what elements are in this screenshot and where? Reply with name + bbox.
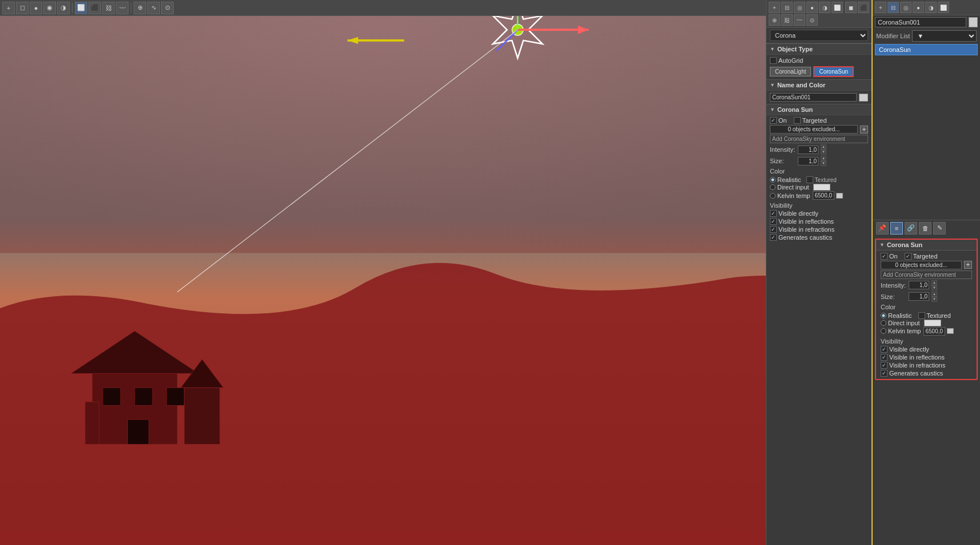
cs-kelvin-label[interactable]: Kelvin temp xyxy=(881,327,972,336)
cs-vis-refractions-label[interactable]: Visible in refractions xyxy=(881,362,945,369)
hierarchy-btn[interactable]: ◎ xyxy=(794,2,805,13)
generates-caustics-label[interactable]: Generates caustics xyxy=(770,234,832,241)
textured-label-wrap[interactable]: Textured xyxy=(806,176,837,183)
display-btn[interactable]: ◑ xyxy=(819,2,830,13)
modifier-item-coronasun[interactable]: CoronaSun xyxy=(875,44,978,55)
cs-kelvin-swatch[interactable] xyxy=(947,328,954,334)
mod-delete-btn[interactable]: 🗑 xyxy=(919,222,931,235)
tb-wave-btn[interactable]: 〰 xyxy=(116,2,128,14)
visible-directly-label[interactable]: Visible directly xyxy=(770,210,818,217)
name-color-header[interactable]: ▼ Name and Color xyxy=(766,79,871,91)
category-dropdown[interactable]: Corona xyxy=(770,30,868,41)
object-color-swatch[interactable] xyxy=(859,94,868,102)
tb-circle-btn[interactable]: ● xyxy=(30,2,42,14)
cs-size-down[interactable]: ▼ xyxy=(931,297,937,302)
tb-ring-btn[interactable]: ◉ xyxy=(43,2,56,14)
cs-intensity-spinner[interactable]: ▲ ▼ xyxy=(931,280,937,290)
cs-vis-reflections-label[interactable]: Visible in reflections xyxy=(881,354,945,361)
create-mode-btn[interactable]: + xyxy=(769,2,780,13)
size-down[interactable]: ▼ xyxy=(821,161,826,166)
cs-on-label[interactable]: On xyxy=(881,253,898,260)
intensity-down[interactable]: ▼ xyxy=(821,150,826,155)
intensity-input[interactable] xyxy=(798,146,818,154)
object-name-input[interactable] xyxy=(770,93,857,102)
mod-pin-btn[interactable]: 📌 xyxy=(876,222,889,235)
mod-modify-btn[interactable]: ⊟ xyxy=(887,2,899,13)
direct-input-radio-label[interactable]: Direct input xyxy=(770,184,868,191)
mod-motion-path-btn[interactable]: ≡ xyxy=(890,222,903,235)
color-radio-group: Realistic Textured Direct input xyxy=(766,175,871,201)
cs-vis-directly-label[interactable]: Visible directly xyxy=(881,346,929,353)
pin-btn[interactable]: ◼ xyxy=(845,2,857,13)
corona-sun-btn[interactable]: CoronaSun xyxy=(813,66,854,77)
realistic-radio-label[interactable]: Realistic Textured xyxy=(770,176,868,183)
mod-create-btn[interactable]: + xyxy=(875,2,886,13)
motion-btn[interactable]: ● xyxy=(806,2,818,13)
intensity-spinner[interactable]: ▲ ▼ xyxy=(821,144,826,155)
tb-square-btn[interactable]: ◻ xyxy=(16,2,29,14)
mod-motion-btn[interactable]: ● xyxy=(913,2,924,13)
tb-cam-btn[interactable]: ⬜ xyxy=(75,2,87,14)
cs-vis-directly-row: Visible directly xyxy=(877,345,975,353)
visible-refractions-label[interactable]: Visible in refractions xyxy=(770,226,834,233)
autogrid-checkbox-label[interactable]: AutoGrid xyxy=(770,57,803,64)
kelvin-input[interactable] xyxy=(813,191,834,200)
cs-exclude-btn[interactable]: 0 objects excluded... xyxy=(881,261,962,269)
cs-add-sky-btn[interactable]: Add CoronaSky environment xyxy=(881,271,972,279)
mod-link-btn[interactable]: 🔗 xyxy=(905,222,917,235)
tb-half-btn[interactable]: ◑ xyxy=(57,2,70,14)
tb-plus-btn[interactable]: ⊕ xyxy=(134,2,146,14)
cs-intensity-input[interactable] xyxy=(909,281,929,289)
direct-input-swatch[interactable] xyxy=(813,184,830,191)
exclude-add-btn[interactable]: + xyxy=(860,126,868,134)
size-spinner[interactable]: ▲ ▼ xyxy=(821,156,826,166)
kelvin-swatch[interactable] xyxy=(836,193,843,199)
options-btn[interactable]: ⬛ xyxy=(858,2,869,13)
modifier-name-input[interactable] xyxy=(875,17,966,27)
modifier-color-swatch[interactable] xyxy=(969,17,978,27)
object-type-header[interactable]: ▼ Object Type xyxy=(766,43,871,55)
corona-light-btn[interactable]: CoronaLight xyxy=(770,67,811,76)
tb-chain-btn[interactable]: ⛓ xyxy=(102,2,115,14)
cs-direct-input-label[interactable]: Direct input xyxy=(881,320,972,326)
cs-textured-wrap[interactable]: Textured xyxy=(918,312,951,319)
cs-intensity-up[interactable]: ▲ xyxy=(931,280,937,285)
viewport[interactable]: + ◻ ● ◉ ◑ ⬜ ⬛ ⛓ 〰 ⊕ ∿ ⊙ xyxy=(0,0,766,545)
orbit-btn[interactable]: ⊙ xyxy=(806,14,818,26)
visible-reflections-label[interactable]: Visible in reflections xyxy=(770,218,834,225)
utilities-btn[interactable]: ⬜ xyxy=(832,2,843,13)
mod-utilities-btn[interactable]: ⬜ xyxy=(938,2,949,13)
on-checkbox-label[interactable]: On xyxy=(770,117,787,124)
cs-generates-caustics-label[interactable]: Generates caustics xyxy=(881,370,943,377)
cs-exclude-add-btn[interactable]: + xyxy=(964,261,972,269)
cs-realistic-label[interactable]: Realistic Textured xyxy=(881,312,972,319)
cs-size-spinner[interactable]: ▲ ▼ xyxy=(931,292,937,302)
tb-tilde-btn[interactable]: ∿ xyxy=(147,2,160,14)
config-btn[interactable]: ⊕ xyxy=(769,14,780,26)
targeted-checkbox-label[interactable]: Targeted xyxy=(794,117,827,124)
size-input[interactable] xyxy=(798,157,818,165)
create-tab-btn[interactable]: + xyxy=(2,2,15,14)
cs-kelvin-input[interactable] xyxy=(923,327,945,336)
exclude-btn[interactable]: 0 objects excluded... xyxy=(770,125,858,134)
mod-display-btn[interactable]: ◑ xyxy=(925,2,937,13)
tb-circle2-btn[interactable]: ⊙ xyxy=(161,2,174,14)
wave2-btn[interactable]: 〰 xyxy=(794,14,805,26)
corona-sun-section-content: On Targeted 0 objects excluded... + Add … xyxy=(766,115,871,243)
kelvin-radio-label[interactable]: Kelvin temp xyxy=(770,191,868,200)
cs-direct-swatch[interactable] xyxy=(924,320,941,326)
mod-edit-btn[interactable]: ✎ xyxy=(933,222,946,235)
cs-size-input[interactable] xyxy=(909,292,929,301)
cs-intensity-down[interactable]: ▼ xyxy=(931,285,937,290)
tb-link-btn[interactable]: ⬛ xyxy=(89,2,101,14)
mod-hierarchy-btn[interactable]: ◎ xyxy=(900,2,911,13)
modify-mode-btn[interactable]: ⊟ xyxy=(781,2,793,13)
modifier-list-dropdown[interactable]: ▼ xyxy=(912,30,977,42)
size-up[interactable]: ▲ xyxy=(821,156,826,161)
cs-targeted-label[interactable]: Targeted xyxy=(905,253,938,260)
chain-btn2[interactable]: ⛓ xyxy=(781,14,793,26)
corona-sun-section-header[interactable]: ▼ Corona Sun xyxy=(766,104,871,115)
add-sky-btn[interactable]: Add CoronaSky environment xyxy=(770,135,868,143)
intensity-up[interactable]: ▲ xyxy=(821,144,826,150)
cs-size-up[interactable]: ▲ xyxy=(931,292,937,297)
